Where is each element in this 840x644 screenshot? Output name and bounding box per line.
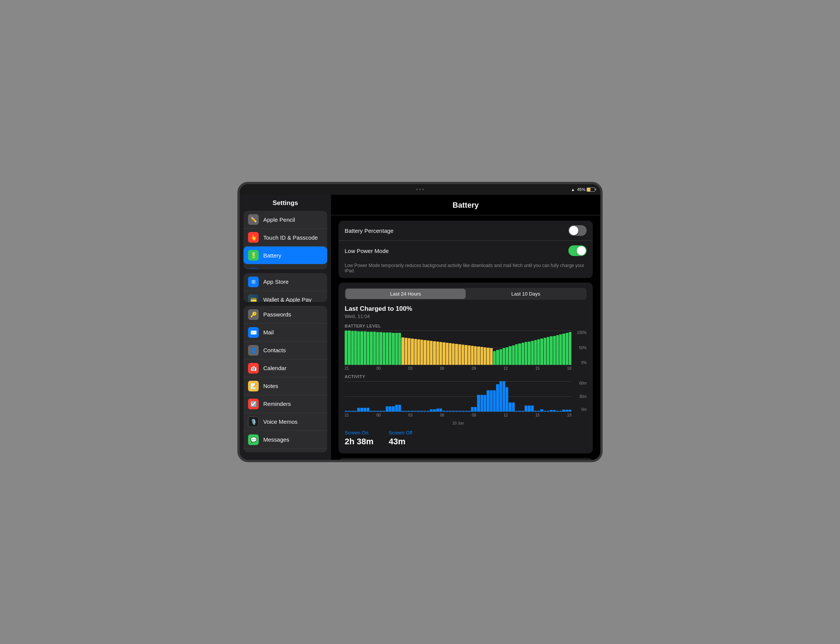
activity-bar: [459, 411, 461, 412]
low-power-toggle[interactable]: [568, 245, 587, 256]
voice-memos-icon: 🎙️: [248, 417, 259, 427]
battery-bar: [556, 335, 559, 365]
battery-settings-card: Battery Percentage Low Power Mode Low Po…: [339, 221, 593, 278]
battery-chart-card: Last 24 Hours Last 10 Days Last Charged …: [339, 283, 593, 453]
activity-bar: [483, 395, 486, 412]
sidebar-item-voice-memos[interactable]: 🎙️ Voice Memos: [243, 413, 327, 431]
sidebar-item-reminders[interactable]: ☑️ Reminders: [243, 395, 327, 413]
activity-bar: [528, 406, 530, 412]
activity-bar: [566, 410, 568, 412]
activity-bar: [468, 411, 470, 412]
sidebar-item-mail[interactable]: ✉️ Mail: [243, 324, 327, 342]
battery-level-label: BATTERY LEVEL: [345, 324, 587, 328]
battery-bar: [559, 334, 562, 365]
apple-pencil-icon: ✏️: [248, 214, 259, 225]
activity-bar: [439, 409, 442, 412]
battery-percentage-toggle[interactable]: [568, 225, 587, 236]
activity-label: ACTIVITY: [345, 374, 587, 379]
battery-bar: [506, 347, 508, 365]
activity-bar: [379, 411, 382, 412]
tab-24h[interactable]: Last 24 Hours: [345, 289, 466, 299]
battery-bar: [477, 347, 480, 365]
battery-bar: [462, 345, 464, 365]
activity-bar: [534, 411, 537, 412]
activity-bar: [408, 411, 411, 412]
battery-bar: [531, 341, 534, 365]
last-charged-time: Wed, 11:04: [345, 314, 587, 319]
sidebar-item-touch-id[interactable]: 👆 Touch ID & Passcode: [243, 228, 327, 246]
battery-bar: [487, 348, 489, 365]
panel-content: Battery Percentage Low Power Mode Low Po…: [331, 215, 600, 460]
activity-bar: [500, 381, 502, 412]
battery-bar: [360, 331, 363, 365]
reminders-icon: ☑️: [248, 399, 259, 409]
battery-bar: [474, 346, 477, 365]
activity-bar: [512, 402, 515, 412]
sidebar-item-app-store[interactable]: ⊞ App Store: [243, 273, 327, 291]
battery-bar: [500, 349, 502, 365]
battery-bar: [465, 345, 467, 365]
activity-bar: [386, 406, 388, 412]
activity-bar: [531, 406, 534, 412]
main-content: Settings ✏️ Apple Pencil 👆 Touch ID & Pa…: [240, 195, 600, 460]
activity-bar: [370, 411, 372, 412]
screen-on-value: 2h 38m: [345, 437, 373, 447]
main-panel: Battery Battery Percentage Low Power Mod…: [331, 195, 600, 460]
activity-bar: [354, 411, 357, 412]
activity-bar: [455, 411, 458, 412]
ax-12: 12: [504, 413, 508, 417]
battery-bar: [524, 342, 527, 365]
sidebar-item-calendar[interactable]: 📅 Calendar: [243, 360, 327, 377]
activity-y-labels: 60m 30m 0m: [573, 381, 587, 412]
battery-bar: [562, 334, 565, 365]
act-y-30: 30m: [579, 394, 587, 399]
sidebar-item-facetime[interactable]: 📹 FaceTime: [243, 449, 327, 452]
sidebar-item-messages[interactable]: 💬 Messages: [243, 431, 327, 449]
sidebar-item-contacts[interactable]: 👤 Contacts: [243, 342, 327, 360]
x-03: 03: [408, 366, 413, 371]
battery-bar: [550, 336, 552, 365]
activity-bar: [357, 408, 360, 412]
battery-y-labels: 100% 50% 0%: [573, 330, 587, 365]
sidebar-item-apple-pencil[interactable]: ✏️ Apple Pencil: [243, 211, 327, 228]
battery-bar: [553, 336, 556, 365]
battery-percent-text: 45%: [577, 187, 585, 192]
battery-bar: [383, 332, 385, 365]
x-06: 06: [440, 366, 444, 371]
sidebar-item-battery[interactable]: 🔋 Battery: [243, 246, 327, 264]
activity-bar: [487, 390, 489, 412]
sidebar-label-voice-memos: Voice Memos: [263, 419, 298, 425]
battery-bar: [411, 338, 414, 365]
activity-bar: [376, 411, 379, 412]
sidebar-item-passwords[interactable]: 🔑 Passwords: [243, 306, 327, 324]
battery-bar: [509, 346, 511, 365]
battery-icon: [587, 187, 595, 192]
sidebar-label-battery: Battery: [263, 252, 281, 259]
battery-bar: [496, 350, 499, 365]
activity-bar: [480, 395, 483, 412]
activity-bar: [430, 409, 432, 412]
tab-10d[interactable]: Last 10 Days: [466, 289, 586, 299]
battery-bar: [420, 340, 423, 365]
act-grid-0: [345, 412, 571, 412]
activity-bar: [398, 405, 401, 412]
activity-bar: [462, 411, 464, 412]
time-range-selector: Last 24 Hours Last 10 Days: [345, 288, 587, 300]
sidebar-item-privacy[interactable]: ✋ Privacy: [243, 264, 327, 269]
battery-bar: [398, 333, 401, 365]
app-store-icon: ⊞: [248, 276, 259, 287]
battery-bar: [405, 338, 408, 365]
activity-bar: [436, 409, 439, 412]
battery-bar: [521, 343, 524, 365]
sidebar-label-app-store: App Store: [263, 278, 289, 285]
activity-bar: [474, 407, 477, 412]
battery-bar: [367, 332, 370, 365]
x-15: 15: [535, 366, 539, 371]
activity-bar: [433, 409, 436, 412]
battery-bar: [480, 347, 483, 365]
ax-21: 21: [345, 413, 349, 417]
sidebar-item-wallet[interactable]: 💳 Wallet & Apple Pay: [243, 291, 327, 302]
activity-bar: [471, 407, 473, 412]
sidebar-item-notes[interactable]: 📝 Notes: [243, 377, 327, 395]
activity-bar: [446, 411, 449, 412]
